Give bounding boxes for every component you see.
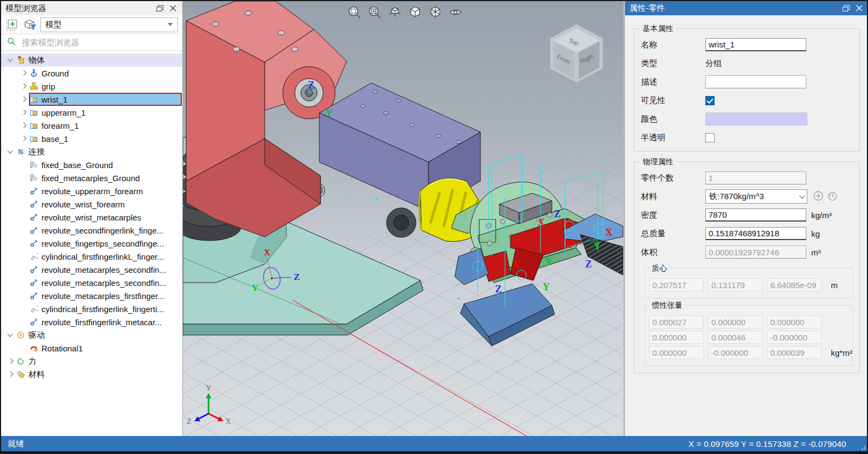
model-filter-button[interactable] — [23, 17, 37, 32]
type-label: 类型 — [640, 58, 705, 69]
tree-item[interactable]: forearm_1 — [1, 119, 182, 132]
expander-icon — [19, 174, 28, 182]
density-field[interactable] — [705, 208, 806, 222]
tree-item-label: revolute_wrist_metacarples — [41, 213, 141, 222]
isometric-view-icon[interactable] — [387, 4, 402, 20]
model-browser-toolbar: 模型 — [1, 15, 182, 34]
expander-icon[interactable] — [6, 56, 15, 64]
force-icon — [16, 357, 26, 366]
tree-item[interactable]: revolute_fingertips_secondfinge... — [1, 237, 182, 250]
expander-icon — [19, 304, 28, 313]
tree-item[interactable]: Rotational1 — [1, 342, 182, 355]
rotational-drive-icon — [29, 344, 39, 353]
name-field[interactable] — [705, 38, 806, 51]
tree-item-label: 驱动 — [28, 330, 45, 340]
search-input[interactable] — [21, 37, 177, 47]
status-bar: 就绪 X = 0.097659 Y = 0.157338 Z = -0.0790… — [1, 436, 867, 451]
z-axis-label: Z — [308, 80, 314, 91]
resize-grip[interactable] — [860, 444, 865, 450]
visibility-eye-icon[interactable] — [448, 4, 463, 20]
expander-icon[interactable] — [19, 69, 28, 77]
tree-item-label: revolute_fingertips_secondfinge... — [41, 239, 164, 248]
tree-item[interactable]: revolute_wrist_metacarples — [1, 211, 182, 224]
close-panel-icon[interactable] — [854, 3, 864, 13]
tree-item-label: 力 — [28, 356, 37, 367]
tree-item[interactable]: 驱动 — [1, 328, 182, 342]
tree-item[interactable]: revolute_firstfingerlink_metacar... — [1, 315, 182, 328]
tree-item[interactable]: revolute_upperarm_forearm — [1, 184, 182, 198]
expander-icon — [19, 265, 28, 274]
tree-item[interactable]: fixed_base_Ground — [1, 158, 182, 171]
tree-item[interactable]: revolute_secondfingerlink_finge... — [1, 224, 182, 237]
revolute-joint-icon — [29, 278, 39, 287]
group-title: 基本属性 — [640, 24, 676, 34]
expander-icon[interactable] — [19, 108, 28, 117]
tree-item-label: cylindrical_firstfingerlink_fingerti... — [41, 304, 164, 314]
browser-mode-value: 模型 — [45, 20, 62, 30]
add-item-button[interactable] — [5, 17, 20, 32]
tree-item-label: revolute_metacarples_secondfin... — [41, 278, 166, 288]
tree-item[interactable]: base_1 — [1, 132, 182, 145]
model-browser-panel: 模型浏览器 模型 物体 — [1, 1, 183, 436]
tree-item-label: revolute_metacarples_secondfin... — [41, 265, 166, 274]
tree-item[interactable]: grip — [1, 80, 182, 93]
centroid-z-field — [767, 278, 822, 291]
expander-icon[interactable] — [19, 134, 28, 143]
tree-item[interactable]: fixed_metacarples_Ground — [1, 171, 182, 184]
view-cube[interactable]: Top Front Right — [550, 24, 603, 83]
tree-item[interactable]: cylindrical_firstfingerlink_fingerti... — [1, 302, 182, 315]
tree-item[interactable]: revolute_metacarples_secondfin... — [1, 263, 182, 276]
revolute-joint-icon — [29, 239, 39, 248]
wireframe-view-icon[interactable] — [427, 4, 443, 20]
expander-icon[interactable] — [19, 95, 28, 104]
expander-icon[interactable] — [6, 147, 15, 156]
tree-item[interactable]: revolute_wrist_forearm — [1, 198, 182, 211]
color-swatch[interactable] — [705, 112, 807, 126]
chevron-down-icon — [168, 23, 173, 26]
shaded-view-icon[interactable] — [407, 4, 423, 20]
expander-icon[interactable] — [6, 370, 15, 379]
model-browser-title: 模型浏览器 — [5, 3, 46, 14]
tree-item[interactable]: upperarm_1 — [1, 106, 182, 119]
revolute-joint-icon — [29, 226, 39, 235]
description-field[interactable] — [705, 75, 806, 88]
zoom-extents-icon[interactable] — [347, 4, 362, 20]
description-label: 描述 — [640, 77, 705, 87]
tree-item[interactable]: wrist_1 — [1, 93, 182, 106]
tree-item-label: 连接 — [28, 147, 45, 157]
tree-item[interactable]: 力 — [1, 355, 182, 368]
zoom-window-icon[interactable] — [367, 4, 382, 20]
tree-item[interactable]: revolute_metacarples_firstfinger... — [1, 289, 182, 302]
part-icon — [29, 95, 39, 104]
add-material-icon[interactable] — [813, 190, 824, 203]
visibility-label: 可见性 — [640, 95, 705, 106]
tree-item[interactable]: 物体 — [1, 53, 182, 67]
float-panel-icon[interactable] — [155, 3, 165, 13]
3d-viewport[interactable]: ZXXYYXXYZZZY X Y Z — [183, 1, 624, 436]
expander-icon[interactable] — [19, 121, 28, 130]
tree-item[interactable]: cylindrical_firstfingerlinkL_finger... — [1, 250, 182, 263]
float-panel-icon[interactable] — [841, 3, 851, 13]
svg-text:X: X — [225, 417, 231, 426]
type-value: 分组 — [705, 58, 722, 69]
tree-item[interactable]: revolute_metacarples_secondfin... — [1, 276, 182, 289]
close-panel-icon[interactable] — [168, 3, 178, 13]
revolute-joint-icon — [29, 318, 39, 326]
viewport-canvas[interactable]: ZXXYYXXYZZZY X Y Z — [183, 1, 624, 436]
translucent-checkbox[interactable] — [705, 133, 715, 142]
tree-item[interactable]: Ground — [1, 67, 182, 80]
material-history-icon[interactable] — [827, 190, 838, 203]
mass-field[interactable] — [705, 227, 806, 240]
part-count-field — [705, 171, 806, 184]
visibility-checkbox[interactable] — [705, 96, 715, 105]
expander-icon[interactable] — [19, 82, 28, 91]
material-select[interactable]: 铁:7870kg/m^3 — [705, 189, 807, 204]
tree-item[interactable]: 连接 — [1, 145, 182, 158]
browser-mode-select[interactable]: 模型 — [40, 17, 178, 32]
cylindrical-joint-icon — [29, 304, 39, 313]
tree-item[interactable]: 材料 — [1, 368, 182, 381]
expander-icon[interactable] — [6, 357, 15, 366]
expander-icon[interactable] — [6, 331, 15, 339]
inertia-0-1-field — [708, 315, 763, 328]
svg-text:Y: Y — [206, 384, 211, 392]
